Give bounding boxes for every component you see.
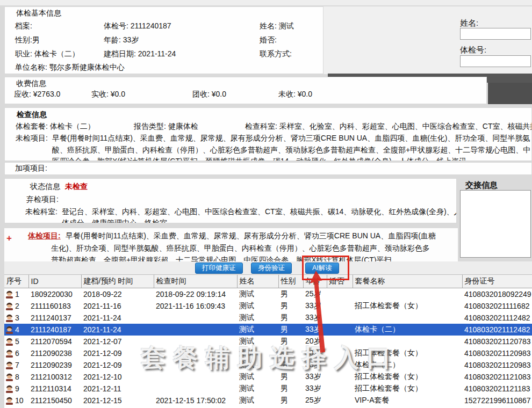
cell-seq[interactable]: 7 [4,359,28,371]
table-row[interactable]: 1021121504502021-12-152021-12-15 17:50:0… [4,395,532,406]
cell-id-card[interactable]: 4108032021121083 [462,371,532,383]
unchecked-label: 未检项目: [16,134,48,143]
cell-created-time[interactable]: 2021-11-24 [81,312,154,324]
cell-package[interactable] [353,288,462,301]
cell-seq[interactable]: 1 [4,288,28,300]
cell-name[interactable]: 测试 [237,300,278,312]
cell-package[interactable]: 招工体检套餐（女） [353,383,462,395]
contact-label: 联系方式: [260,49,292,58]
cell-sex[interactable]: 男 [278,312,303,324]
cell-name[interactable]: 测试 [237,288,278,301]
cell-check-time[interactable] [154,383,237,395]
cell-id[interactable]: 2111160183 [28,300,81,312]
cell-created-time[interactable]: 2021-12-15 [81,395,154,406]
cell-package[interactable]: VIP-A套餐 [353,395,462,406]
search-name-input[interactable] [460,28,531,40]
cell-id-card[interactable]: 4108032021120983 [462,359,532,371]
col-header-2[interactable]: 建档/预约 时间 [81,275,154,288]
cell-id[interactable]: 2111240137 [28,312,81,324]
cell-id-card[interactable]: 4108032021111682 [462,300,532,312]
col-header-3[interactable]: 检查时间 [154,275,237,288]
cell-marital[interactable] [327,383,353,395]
cell-seq[interactable]: 6 [4,347,28,359]
cell-id[interactable]: 2112090238 [28,347,81,359]
cell-created-time[interactable]: 2021-12-11 [81,383,154,395]
cell-id-card[interactable]: 4108032021112482 [462,312,532,324]
cell-age[interactable]: 25岁 [303,288,327,301]
cell-age[interactable]: 33岁 [303,300,327,312]
cell-name[interactable]: 测试 [237,324,278,336]
cell-name[interactable]: 测试 [237,383,278,395]
exam-items-label[interactable]: 体检项目: [28,231,61,241]
cell-id[interactable]: 2112100312 [28,371,81,383]
cell-id-card[interactable]: 4108032018092249 [462,288,532,301]
col-header-0[interactable]: 序号 [4,275,28,288]
col-header-8[interactable]: 套餐名称 [353,275,462,288]
search-exam-no-input[interactable] [460,55,531,67]
expand-plus-icon[interactable]: + [6,233,12,244]
cell-id-card[interactable]: 4108032021121183 [462,383,532,395]
col-header-4[interactable]: 姓名 [237,275,278,288]
cell-seq[interactable]: 2 [4,300,28,312]
name-value: 测试 [279,21,294,30]
cell-sex[interactable]: 男 [278,324,303,336]
col-header-9[interactable]: 身份证号 [462,275,532,288]
row-seq-number: 1 [15,290,19,298]
cell-age[interactable]: 33岁 [303,312,327,324]
cell-check-time[interactable]: 2021-11-16 16:09:43 [154,300,237,312]
cell-marital[interactable] [327,395,353,406]
cell-seq[interactable]: 9 [4,383,28,395]
cell-name[interactable]: 测试 [237,395,278,406]
cell-marital[interactable] [327,288,353,301]
print-health-cert-button[interactable]: 打印健康证 [195,263,243,274]
identity-verify-button[interactable]: 身份验证 [251,263,292,274]
cell-package[interactable]: 体检卡（二） [353,324,462,336]
table-row[interactable]: 221111601832021-11-162021-11-16 16:09:43… [4,300,532,312]
col-header-5[interactable]: 性别 [278,275,303,288]
cell-seq[interactable]: 10 [4,395,28,406]
cell-check-time[interactable] [154,312,237,324]
cell-sex[interactable]: 男 [278,288,303,301]
table-row[interactable]: 321112401372021-11-24测试男33岁4108032021112… [4,312,532,324]
cell-id[interactable]: 1809220030 [28,288,81,301]
cell-marital[interactable] [327,312,353,324]
cell-sex[interactable]: 男 [278,395,303,406]
row-seq-number: 5 [15,337,19,346]
handover-box[interactable] [460,190,531,258]
cell-id[interactable]: 2112150450 [28,395,81,406]
cell-package[interactable] [353,312,462,324]
cell-created-time[interactable]: 2021-11-16 [81,300,154,312]
cell-id[interactable]: 2112110314 [28,383,81,395]
gender-label: 性别: [15,35,32,44]
cell-check-time[interactable]: 2021-12-15 17:50:02 [154,395,237,406]
col-header-1[interactable]: ID [28,275,81,288]
cell-id-card[interactable]: 1527221996110867 [462,395,532,406]
cell-package[interactable]: 招工体检套餐（女） [353,300,462,312]
cell-check-time[interactable]: 2018-09-22 09:19:14 [154,288,237,301]
cell-id-card[interactable]: 4108032021112482 [462,324,532,336]
cell-seq[interactable]: 8 [4,371,28,383]
cell-marital[interactable] [327,300,353,312]
cell-created-time[interactable]: 2018-09-22 [81,288,154,301]
cell-marital[interactable] [327,324,353,336]
cell-age[interactable]: 33岁 [303,383,327,395]
cell-seq[interactable]: 4 [4,324,28,336]
table-row[interactable]: 421112401872021-11-24测试男33岁体检卡（二）4108032… [4,324,532,336]
name-label: 姓名: [260,21,277,30]
cell-id-card[interactable]: 4108032021120783 [462,336,532,347]
cell-seq[interactable]: 5 [4,336,28,347]
cell-sex[interactable]: 男 [278,300,303,312]
cell-name[interactable]: 测试 [237,312,278,324]
cell-age[interactable]: 33岁 [303,324,327,336]
cell-age[interactable]: 25岁 [303,395,327,406]
table-row[interactable]: 921121103142021-12-11测试男33岁招工体检套餐（女）4108… [4,383,532,395]
cell-seq[interactable]: 3 [4,312,28,324]
table-row[interactable]: 118092200302018-09-222018-09-22 09:19:14… [4,288,532,301]
cell-id[interactable]: 2112070594 [28,336,81,347]
cell-id-card[interactable]: 4108032021120983 [462,347,532,359]
cell-id[interactable]: 2111240187 [28,324,81,336]
cell-id[interactable]: 2112090239 [28,359,81,371]
cell-check-time[interactable] [154,324,237,336]
cell-created-time[interactable]: 2021-11-24 [81,324,154,336]
cell-sex[interactable]: 男 [278,383,303,395]
